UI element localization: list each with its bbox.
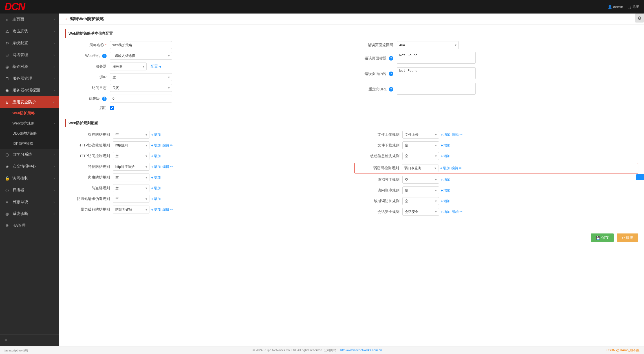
rule-select-keywords[interactable]: 空: [402, 197, 439, 205]
add-hotlink-button[interactable]: +增加: [151, 186, 161, 191]
add-bruteforce-button[interactable]: +增加: [151, 207, 161, 212]
sidebar-item-access[interactable]: 🔒 访问控制 ›: [0, 172, 59, 184]
rule-select-weakpwd[interactable]: 弱口令监测: [402, 164, 438, 172]
server-control: 服务器 ▼ 配置 ➜: [110, 63, 352, 70]
chevron-right-icon: ›: [54, 30, 55, 33]
rule-select-http-access[interactable]: 空: [113, 152, 149, 160]
add-feature-button[interactable]: +增加: [151, 164, 161, 169]
sidebar-item-baseobj[interactable]: ◎ 基础对象 ›: [0, 61, 59, 73]
edit-upload-button[interactable]: 编辑 ✏: [452, 132, 462, 137]
rule-control-vpatch: 空 ▼ +增加: [402, 176, 638, 184]
priority-help-icon[interactable]: ?: [102, 97, 107, 101]
sidebar-item-serverprobe[interactable]: ◉ 服务器存活探测 ›: [0, 84, 59, 96]
add-csrf-button[interactable]: +增加: [151, 197, 161, 201]
sidebar-item-autolearn[interactable]: ◷ 自学习系统 ›: [0, 149, 59, 161]
basic-section-title: Web防护策略基本信息配置: [65, 29, 638, 38]
error-content-help-icon[interactable]: ?: [389, 72, 393, 76]
add-sensitive-button[interactable]: +增加: [441, 154, 450, 159]
priority-label: 优先级 ?: [65, 96, 110, 101]
rule-select-sensitive[interactable]: 空: [402, 152, 439, 160]
add-crawler-button[interactable]: +增加: [151, 175, 161, 180]
policy-name-input[interactable]: [110, 41, 172, 49]
add-upload-button[interactable]: +增加: [441, 132, 450, 137]
edit-weakpwd-button[interactable]: 编辑 ✏: [451, 166, 462, 171]
sidebar-item-home[interactable]: ⌂ 主页面 ›: [0, 14, 59, 25]
redirect-url-textarea[interactable]: [397, 83, 476, 95]
access-log-select[interactable]: 关闭: [110, 84, 172, 92]
rule-select-csrf[interactable]: 空: [113, 195, 149, 203]
rule-label-http-access: HTTP访问控制规则: [65, 153, 113, 159]
error-title-help-icon[interactable]: ?: [389, 56, 393, 61]
sidebar-item-servermgr[interactable]: ⊡ 服务器管理 ›: [0, 73, 59, 84]
edit-http-protocol-button[interactable]: 编辑 ✏: [162, 143, 173, 148]
sidebar-item-intel[interactable]: ◈ 安全情报中心 ›: [0, 161, 59, 172]
rule-select-access-order[interactable]: 空: [402, 186, 439, 194]
rule-select-bruteforce[interactable]: 防暴力破解: [113, 206, 149, 213]
save-button[interactable]: 💾 保存: [591, 233, 614, 242]
rule-select-upload[interactable]: 文件上传: [402, 131, 439, 139]
menu-icon[interactable]: ≡: [5, 337, 8, 343]
add-weakpwd-button[interactable]: +增加: [440, 166, 450, 171]
cancel-button[interactable]: ↩ 取消: [617, 233, 638, 242]
redirect-url-control: [397, 83, 638, 95]
rule-select-feature[interactable]: http特征防护: [113, 163, 149, 171]
error-code-select[interactable]: 404: [397, 41, 459, 49]
sidebar-label-home: 主页面: [12, 17, 24, 22]
feedback-tab[interactable]: 建议反馈: [636, 174, 644, 180]
error-content-textarea[interactable]: Not Found: [397, 67, 476, 79]
sidebar-item-ha[interactable]: ⊚ HA管理: [0, 220, 59, 231]
rule-select-download[interactable]: 空: [402, 141, 439, 149]
error-code-label: 错误页面返回码: [352, 43, 397, 48]
rule-label-bruteforce: 暴力破解防护规则: [65, 207, 113, 212]
web-host-help-icon[interactable]: ?: [102, 54, 107, 58]
add-http-access-button[interactable]: +增加: [151, 154, 161, 159]
sidebar-item-netmgr[interactable]: ⊞ 网络管理 ›: [0, 49, 59, 61]
rule-select-crawler[interactable]: 空: [113, 173, 149, 181]
web-host-select[interactable]: --请输入或选择--: [110, 52, 172, 60]
sidebar-item-log[interactable]: ≡ 日志系统 ›: [0, 196, 59, 208]
sidebar-item-attack[interactable]: ⚠ 攻击态势 ›: [0, 25, 59, 37]
rule-select-vpatch[interactable]: 空: [402, 176, 439, 184]
server-icon: ⊡: [5, 76, 10, 81]
add-http-protocol-button[interactable]: +增加: [151, 143, 161, 148]
rule-select-scan[interactable]: 空: [113, 131, 149, 139]
rule-select-hotlink[interactable]: 空: [113, 184, 149, 192]
edit-feature-button[interactable]: 编辑 ✏: [162, 164, 173, 169]
sidebar-item-appsec[interactable]: ⛨ 应用安全防护 ∨: [0, 96, 59, 108]
sidebar-item-scan[interactable]: ◌ 扫描器 ›: [0, 184, 59, 196]
priority-input[interactable]: [110, 95, 172, 103]
rule-control-crawler: 空 ▼ +增加: [113, 173, 349, 181]
add-session-button[interactable]: +增加: [441, 210, 450, 214]
sidebar-item-ddos[interactable]: DDoS防护策略: [0, 128, 59, 139]
error-title-textarea[interactable]: Not Found: [397, 52, 476, 64]
source-ip-select[interactable]: 空: [110, 73, 172, 81]
csdn-label: CSDN @TIAmo_睡不醒: [606, 348, 639, 352]
edit-session-button[interactable]: 编辑 ✏: [452, 210, 462, 214]
rule-row-upload: 文件上传规则 文件上传 ▼ +增加 编辑 ✏: [354, 131, 638, 139]
rule-label-vpatch: 虚拟补丁规则: [354, 177, 402, 182]
sidebar-item-sysconfig[interactable]: ⚙ 系统配置 ›: [0, 37, 59, 49]
edit-bruteforce-button[interactable]: 编辑 ✏: [162, 207, 173, 212]
rule-label-weakpwd: 弱密码检测规则: [357, 166, 402, 171]
add-scan-button[interactable]: +增加: [151, 132, 161, 137]
rule-label-scan: 扫描防护规则: [65, 132, 113, 137]
add-keywords-button[interactable]: +增加: [441, 199, 450, 204]
rule-select-http-protocol[interactable]: http规则: [113, 141, 149, 149]
enable-checkbox[interactable]: [110, 106, 114, 110]
settings-float-button[interactable]: ⚙: [635, 14, 644, 23]
action-bar: 💾 保存 ↩ 取消: [59, 229, 644, 246]
sidebar-item-web-rules[interactable]: Web防护规则 ›: [0, 118, 59, 128]
add-access-order-button[interactable]: +增加: [441, 188, 450, 193]
website-link[interactable]: http://www.dcnetworks.com.cn: [340, 348, 382, 352]
config-link[interactable]: 配置 ➜: [151, 64, 162, 69]
add-vpatch-button[interactable]: +增加: [441, 177, 450, 182]
server-select[interactable]: 服务器: [110, 63, 147, 70]
sidebar-item-web-policy[interactable]: Web防护策略: [0, 108, 59, 118]
sidebar-item-idp[interactable]: IDP防护策略: [0, 139, 59, 149]
rule-select-session[interactable]: 会话安全: [402, 208, 439, 216]
redirect-url-help-icon[interactable]: ?: [389, 87, 393, 92]
sidebar-item-diag[interactable]: ◍ 系统诊断 ›: [0, 208, 59, 220]
add-download-button[interactable]: +增加: [441, 143, 450, 148]
logout-button[interactable]: ⬚ 退出: [628, 4, 639, 9]
intel-icon: ◈: [5, 164, 10, 169]
